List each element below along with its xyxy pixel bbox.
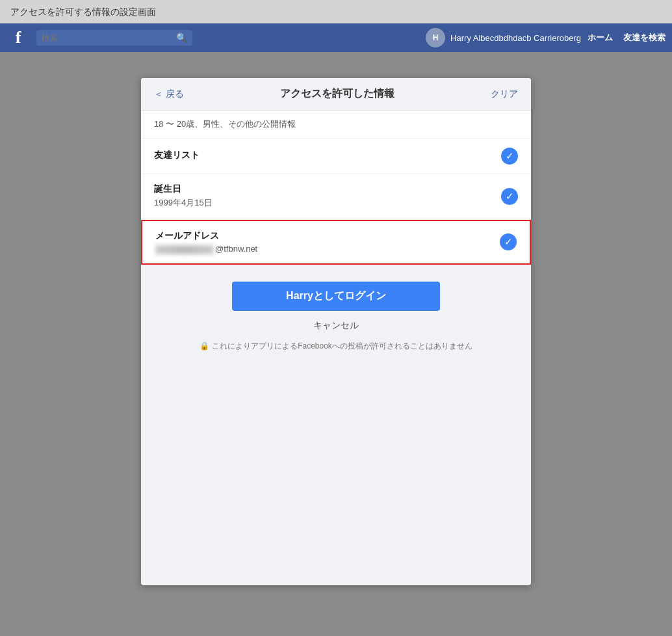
dialog-title: アクセスを許可した情報 — [280, 87, 394, 101]
back-button[interactable]: ＜ 戻る — [154, 88, 184, 100]
email-domain: @tfbnw.net — [215, 244, 257, 254]
email-blurred-part — [155, 245, 214, 254]
fb-logo: f — [6, 26, 30, 49]
info-subtitle: 18 〜 20歳、男性、その他の公開情報 — [141, 111, 531, 139]
lock-icon: 🔒 — [200, 341, 209, 351]
dialog-body: 18 〜 20歳、男性、その他の公開情報 友達リスト ✓ 誕生日 1999年4月… — [141, 111, 531, 265]
cancel-link[interactable]: キャンセル — [313, 320, 359, 332]
search-input[interactable] — [42, 33, 176, 43]
dialog-footer: Harryとしてログイン キャンセル 🔒 これによりアプリによるFacebook… — [141, 266, 531, 367]
privacy-notice-text: これによりアプリによるFacebookへの投稿が許可されることはありません — [212, 341, 472, 352]
permission-label-birthday: 誕生日 — [154, 183, 213, 195]
clear-button[interactable]: クリア — [491, 88, 518, 100]
permission-check-email[interactable]: ✓ — [500, 233, 517, 250]
user-name: Harry Albecdbdhdacb Carrieroberg — [450, 33, 581, 43]
nav-link-home[interactable]: ホーム — [588, 32, 613, 44]
facebook-navbar: f 🔍 H Harry Albecdbdhdacb Carrieroberg ホ… — [0, 23, 672, 52]
page-label: アクセスを許可する情報の設定画面 — [0, 0, 672, 23]
dialog-header: ＜ 戻る アクセスを許可した情報 クリア — [141, 78, 531, 111]
permission-info-email: メールアドレス @tfbnw.net — [155, 230, 257, 254]
permission-value-birthday: 1999年4月15日 — [154, 197, 213, 209]
login-button[interactable]: Harryとしてログイン — [232, 282, 440, 311]
permission-info-friends: 友達リスト — [154, 150, 200, 163]
privacy-notice: 🔒 これによりアプリによるFacebookへの投稿が許可されることはありません — [200, 341, 472, 352]
permission-row-friends: 友達リスト ✓ — [141, 139, 531, 174]
permission-info-birthday: 誕生日 1999年4月15日 — [154, 183, 213, 209]
outer-background: ＜ 戻る アクセスを許可した情報 クリア 18 〜 20歳、男性、その他の公開情… — [0, 52, 672, 611]
nav-link-friends[interactable]: 友達を検索 — [623, 32, 666, 44]
dialog-card: ＜ 戻る アクセスを許可した情報 クリア 18 〜 20歳、男性、その他の公開情… — [141, 78, 531, 585]
fb-logo-text: f — [16, 28, 21, 47]
permission-label-email: メールアドレス — [155, 230, 257, 242]
permission-row-email: メールアドレス @tfbnw.net ✓ — [141, 220, 531, 265]
avatar: H — [426, 28, 445, 47]
nav-user: H Harry Albecdbdhdacb Carrieroberg — [426, 28, 581, 47]
permission-check-birthday[interactable]: ✓ — [501, 188, 518, 205]
search-icon: 🔍 — [176, 33, 187, 43]
search-box[interactable]: 🔍 — [36, 30, 192, 46]
permission-row-birthday: 誕生日 1999年4月15日 ✓ — [141, 174, 531, 219]
permission-label-friends: 友達リスト — [154, 150, 200, 161]
permission-check-friends[interactable]: ✓ — [501, 148, 518, 165]
nav-links: ホーム 友達を検索 — [588, 32, 666, 44]
permission-value-email: @tfbnw.net — [155, 244, 257, 254]
